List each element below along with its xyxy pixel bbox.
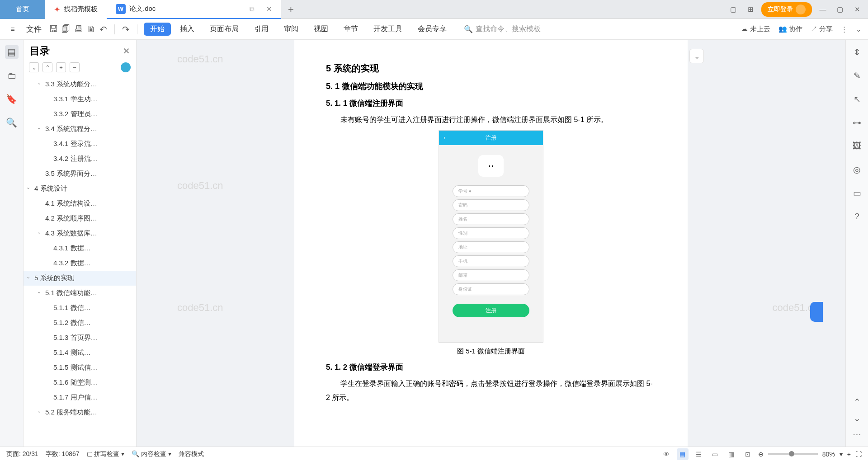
search-input[interactable]: 🔍查找命令、搜索模板 — [464, 24, 541, 34]
toc-item[interactable]: 4.2 系统顺序图… — [24, 211, 136, 226]
eye-icon[interactable]: 👁 — [660, 448, 672, 460]
fullscreen-icon[interactable]: ⛶ — [855, 451, 862, 458]
ribbon-insert[interactable]: 插入 — [174, 23, 201, 36]
toc-item[interactable]: ⌄5.2 服务端功能… — [24, 405, 136, 420]
scroll-up-icon[interactable]: ⌃ — [850, 395, 864, 409]
add-icon[interactable]: + — [56, 62, 66, 72]
toc-item[interactable]: 5.1.5 测试信… — [24, 360, 136, 375]
heading-1[interactable]: 5 系统的实现 — [326, 62, 656, 75]
toc-item[interactable]: ⌄4 系统设计 — [24, 181, 136, 196]
collab-button[interactable]: 👥 协作 — [778, 25, 802, 33]
more-icon[interactable]: ⋮ — [841, 25, 848, 33]
undo-icon[interactable]: ↶ — [99, 24, 107, 35]
close-window-icon[interactable]: ✕ — [851, 3, 863, 16]
toc-item[interactable]: 3.3.2 管理员… — [24, 107, 136, 122]
toc-item[interactable]: 3.4.1 登录流… — [24, 136, 136, 151]
save-icon[interactable]: 🖫 — [49, 24, 58, 34]
preview-icon[interactable]: 🗎 — [87, 24, 96, 34]
heading-2[interactable]: 5. 1 微信端功能模块的实现 — [326, 81, 656, 92]
cursor-icon[interactable]: ↖ — [850, 92, 864, 106]
scroll-down-icon[interactable]: ⌄ — [850, 411, 864, 425]
toc-item[interactable]: 3.4.2 注册流… — [24, 151, 136, 166]
tab-document[interactable]: W论文.doc⧉✕ — [107, 0, 281, 19]
side-tab[interactable] — [810, 302, 823, 322]
outline-view-icon[interactable]: ☰ — [693, 448, 705, 460]
find-icon[interactable]: 🔍 — [5, 116, 19, 129]
toc-close-icon[interactable]: ✕ — [123, 46, 130, 56]
toc-item[interactable]: 5.1.1 微信… — [24, 301, 136, 315]
toc-item[interactable]: 5.1.4 测试… — [24, 345, 136, 360]
toc-item[interactable]: 3.5 系统界面分… — [24, 166, 136, 181]
word-count[interactable]: 字数: 10867 — [46, 450, 80, 458]
pen-icon[interactable]: ✎ — [850, 69, 864, 82]
page-view-icon[interactable]: ▤ — [677, 448, 689, 460]
share-button[interactable]: ↗ 分享 — [811, 25, 833, 33]
zoom-value[interactable]: 80% — [822, 451, 835, 458]
cloud-status[interactable]: ☁ 未上云 — [741, 25, 770, 33]
toc-item[interactable]: 4.3.1 数据… — [24, 241, 136, 256]
document-page[interactable]: ⌄ 5 系统的实现 5. 1 微信端功能模块的实现 5. 1. 1 微信端注册界… — [294, 40, 688, 447]
page-status[interactable]: 页面: 20/31 — [6, 450, 38, 458]
ribbon-start[interactable]: 开始 — [144, 23, 171, 36]
toc-item[interactable]: 5.1.3 首页界… — [24, 330, 136, 345]
toc-item[interactable]: 5.1.7 用户信… — [24, 390, 136, 405]
ribbon-dev[interactable]: 开发工具 — [367, 23, 409, 36]
zoom-dropdown-icon[interactable]: ▾ — [840, 451, 843, 458]
grid-view-icon[interactable]: ⊡ — [742, 448, 754, 460]
spell-check[interactable]: ▢ 拼写检查 ▾ — [87, 450, 125, 458]
collapse-ribbon-icon[interactable]: ⌄ — [856, 25, 862, 33]
tab-home[interactable]: 首页 — [0, 0, 45, 19]
file-menu[interactable]: 文件 — [26, 24, 42, 34]
web-view-icon[interactable]: ▭ — [709, 448, 721, 460]
hamburger-icon[interactable]: ≡ — [6, 23, 19, 36]
help-icon[interactable]: ? — [850, 210, 864, 223]
new-tab-button[interactable]: + — [281, 0, 300, 19]
tab-template[interactable]: ✦找稻壳模板 — [45, 0, 107, 19]
heading-3[interactable]: 5. 1. 1 微信端注册界面 — [326, 98, 656, 108]
zoom-out-icon[interactable]: ⊖ — [758, 451, 764, 458]
more-tools-icon[interactable]: ⋯ — [850, 428, 864, 441]
toc-item[interactable]: 4.1 系统结构设… — [24, 196, 136, 211]
close-icon[interactable]: ✕ — [266, 5, 272, 13]
toc-item[interactable]: 5.1.6 随堂测… — [24, 375, 136, 390]
toc-item[interactable]: ⌄5 系统的实现 — [24, 271, 136, 286]
target-icon[interactable]: ◎ — [850, 163, 864, 176]
redo-icon[interactable]: ↷ — [122, 24, 130, 35]
ribbon-member[interactable]: 会员专享 — [411, 23, 453, 36]
toc-item[interactable]: ⌄4.3 系统数据库… — [24, 226, 136, 241]
folder-icon[interactable]: 🗀 — [5, 69, 19, 82]
layout-icon[interactable]: ▢ — [727, 3, 740, 16]
login-button[interactable]: 立即登录 — [761, 2, 812, 17]
toc-item[interactable]: 5.1.2 微信… — [24, 315, 136, 330]
zoom-slider[interactable] — [768, 453, 818, 455]
collapse-all-icon[interactable]: ⌄ — [29, 62, 39, 72]
toc-item[interactable]: 3.3.1 学生功… — [24, 92, 136, 107]
ribbon-view[interactable]: 视图 — [307, 23, 335, 36]
split-icon[interactable]: ⧉ — [250, 5, 255, 13]
book-icon[interactable]: ▭ — [850, 186, 864, 200]
zoom-in-icon[interactable]: + — [847, 451, 851, 458]
toc-item[interactable]: 4.3.2 数据… — [24, 256, 136, 271]
toc-item[interactable]: ⌄3.4 系统流程分… — [24, 122, 136, 136]
remove-icon[interactable]: − — [70, 62, 80, 72]
read-view-icon[interactable]: ▥ — [726, 448, 737, 460]
paragraph[interactable]: 未有账号的学生可进入注册界面进行注册操作，微信端注册界面展示如图 5-1 所示。 — [326, 113, 656, 127]
save-as-icon[interactable]: 🗐 — [61, 24, 71, 34]
settings-icon[interactable]: ⊶ — [850, 116, 864, 129]
print-icon[interactable]: 🖶 — [74, 24, 83, 34]
image-icon[interactable]: 🖼 — [850, 139, 864, 153]
heading-3[interactable]: 5. 1. 2 微信端登录界面 — [326, 362, 656, 372]
paragraph[interactable]: 学生在登录界面输入正确的账号和密码，点击登录按钮进行登录操作，微信端登录界面展示… — [326, 377, 656, 405]
ribbon-chapter[interactable]: 章节 — [337, 23, 364, 36]
content-check[interactable]: 🔍 内容检查 ▾ — [132, 450, 171, 458]
expand-all-icon[interactable]: ⌃ — [42, 62, 52, 72]
refresh-icon[interactable] — [121, 62, 131, 72]
toc-item[interactable]: ⌄5.1 微信端功能… — [24, 286, 136, 301]
bookmark-icon[interactable]: 🔖 — [5, 92, 19, 106]
collapse-page-icon[interactable]: ⌄ — [689, 49, 704, 63]
minimize-icon[interactable]: — — [816, 3, 829, 16]
ribbon-ref[interactable]: 引用 — [248, 23, 275, 36]
updown-icon[interactable]: ⇕ — [850, 45, 864, 59]
compat-mode[interactable]: 兼容模式 — [179, 450, 204, 458]
figure-caption[interactable]: 图 5-1 微信端注册界面 — [457, 347, 525, 356]
